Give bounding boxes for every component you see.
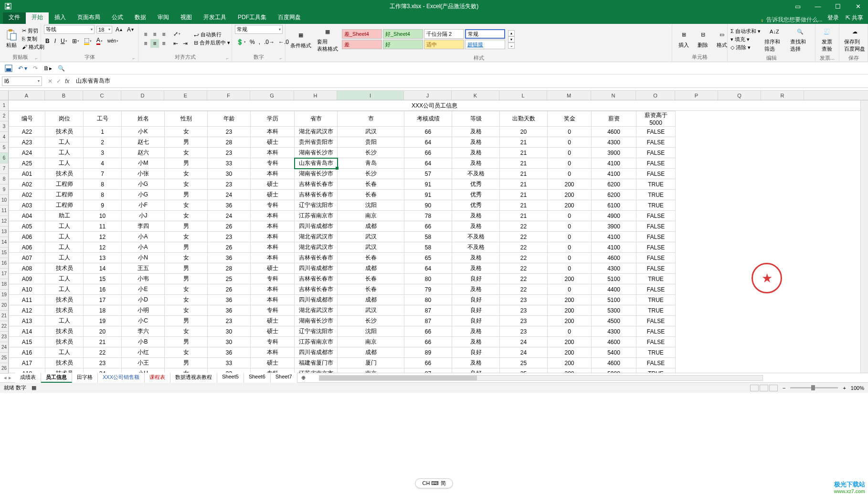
table-cell[interactable]: 良好 (452, 305, 500, 316)
table-cell[interactable]: 技术员 (45, 127, 84, 137)
table-cell[interactable]: 22 (500, 253, 548, 263)
row-header[interactable]: 17 (0, 269, 8, 279)
view-layout-icon[interactable] (760, 385, 768, 391)
table-cell[interactable]: 4100 (592, 242, 636, 253)
border-button[interactable]: ⊞▾ (71, 37, 81, 45)
table-cell[interactable]: 本科 (251, 221, 295, 232)
table-header[interactable]: 年龄 (208, 111, 251, 127)
table-cell[interactable]: 16 (84, 284, 122, 295)
table-row[interactable]: A17技术员23小王男33硕士福建省厦门市厦门66及格252004600FALS… (9, 358, 676, 368)
table-cell[interactable]: 不及格 (452, 169, 500, 179)
table-cell[interactable]: 男 (165, 137, 208, 148)
table-header[interactable]: 岗位 (45, 111, 84, 127)
sheet-tab[interactable]: XXX公司销售额 (98, 373, 145, 383)
table-cell[interactable]: 22 (500, 274, 548, 284)
enter-formula-icon[interactable]: ✓ (56, 78, 61, 85)
table-cell[interactable]: A09 (9, 274, 45, 284)
table-cell[interactable]: 12 (84, 232, 122, 242)
table-cell[interactable]: 技术员 (45, 368, 84, 373)
spreadsheet-grid[interactable]: ABCDEFGHIJKLMNOPQR 123456789101112131415… (0, 91, 868, 373)
tab-开发工具[interactable]: 开发工具 (198, 11, 232, 24)
table-cell[interactable]: 5100 (592, 274, 636, 284)
table-cell[interactable]: 专科 (251, 305, 295, 316)
sheet-tab[interactable]: 课程表 (145, 373, 170, 383)
table-cell[interactable]: 200 (548, 337, 592, 347)
table-cell[interactable]: 200 (548, 200, 592, 211)
table-cell[interactable]: 0 (548, 242, 592, 253)
style-cell[interactable]: 千位分隔 2 (424, 29, 464, 39)
table-cell[interactable]: 男 (165, 190, 208, 200)
table-cell[interactable]: 0 (548, 253, 592, 263)
merged-title-cell[interactable]: XXX公司员工信息 (9, 100, 860, 111)
table-cell[interactable]: 湖南省长沙市 (295, 169, 338, 179)
table-cell[interactable]: 5300 (592, 305, 636, 316)
table-cell[interactable]: 技术员 (45, 263, 84, 274)
table-cell[interactable]: TRUE (636, 274, 676, 284)
table-cell[interactable]: 成都 (338, 295, 404, 305)
table-cell[interactable]: 200 (548, 305, 592, 316)
view-normal-icon[interactable] (750, 385, 759, 391)
table-cell[interactable]: 及格 (452, 127, 500, 137)
table-cell[interactable]: 0 (548, 137, 592, 148)
table-cell[interactable]: 21 (500, 137, 548, 148)
table-cell[interactable]: 23 (84, 358, 122, 368)
table-cell[interactable]: 工人 (45, 221, 84, 232)
table-cell[interactable]: 21 (500, 190, 548, 200)
clear-button[interactable]: ◇ 清除 ▾ (730, 44, 761, 51)
table-cell[interactable]: 王五 (122, 263, 165, 274)
table-cell[interactable]: 23 (208, 179, 251, 190)
table-row[interactable]: A07工人13小N女36本科吉林省长春市长春65及格2204600FALSE (9, 253, 676, 263)
table-cell[interactable]: 小E (122, 284, 165, 295)
table-cell[interactable]: 李六 (122, 326, 165, 337)
table-row[interactable]: A01技术员7小张女30本科湖南省长沙市长沙57不及格2104100FALSE (9, 169, 676, 179)
row-header[interactable]: 22 (0, 321, 8, 332)
column-header[interactable]: G (250, 91, 294, 100)
table-cell[interactable]: 及格 (452, 211, 500, 221)
table-cell[interactable]: 87 (404, 368, 452, 373)
table-cell[interactable]: 22 (500, 232, 548, 242)
table-cell[interactable]: 4400 (592, 284, 636, 295)
minimize-icon[interactable]: — (808, 0, 828, 12)
qat-redo-icon[interactable]: ↷ (33, 65, 38, 72)
table-cell[interactable]: 吉林省长春市 (295, 253, 338, 263)
table-cell[interactable]: 小D (122, 295, 165, 305)
table-cell[interactable]: FALSE (636, 232, 676, 242)
table-cell[interactable]: TRUE (636, 368, 676, 373)
table-header[interactable]: 薪资 (592, 111, 636, 127)
table-cell[interactable]: 28 (208, 263, 251, 274)
tab-开始[interactable]: 开始 (26, 11, 49, 24)
row-header[interactable]: 11 (0, 205, 8, 216)
table-cell[interactable]: 湖北省武汉市 (295, 242, 338, 253)
table-cell[interactable]: 0 (548, 232, 592, 242)
table-cell[interactable]: 女 (165, 368, 208, 373)
login-button[interactable]: 登录 (827, 14, 839, 22)
table-cell[interactable]: 57 (404, 169, 452, 179)
table-cell[interactable]: 工程师 (45, 179, 84, 190)
table-cell[interactable]: 及格 (452, 148, 500, 158)
column-header[interactable]: E (164, 91, 207, 100)
table-cell[interactable]: A13 (9, 316, 45, 326)
table-cell[interactable]: 24 (500, 347, 548, 358)
table-row[interactable]: A18技术员24小H女33专科江苏省南京市南京87良好252005900TRUE (9, 368, 676, 373)
table-row[interactable]: A05工人11李四男26本科四川省成都市成都66及格2203900FALSE (9, 221, 676, 232)
table-cell[interactable]: FALSE (636, 263, 676, 274)
row-header[interactable]: 12 (0, 216, 8, 226)
table-cell[interactable]: 4900 (592, 211, 636, 221)
wrap-text-button[interactable]: ⮐ 自动换行 (194, 31, 230, 38)
table-row[interactable]: A06工人12小A男26本科湖北省武汉市武汉58不及格2204100FALSE (9, 242, 676, 253)
table-cell[interactable]: 10 (84, 211, 122, 221)
tab-PDF工具集[interactable]: PDF工具集 (232, 11, 272, 24)
table-cell[interactable]: 87 (404, 316, 452, 326)
table-cell[interactable]: 小F (122, 200, 165, 211)
column-header[interactable]: F (207, 91, 250, 100)
name-box[interactable]: I6▾ (2, 76, 42, 86)
table-cell[interactable]: 80 (404, 295, 452, 305)
style-cell[interactable]: 好_Sheet4 (383, 29, 423, 39)
zoom-out-icon[interactable]: − (783, 385, 785, 391)
table-cell[interactable]: 李四 (122, 221, 165, 232)
table-cell[interactable]: 36 (208, 295, 251, 305)
table-cell[interactable]: 13 (84, 253, 122, 263)
table-cell[interactable]: 良好 (452, 295, 500, 305)
table-cell[interactable]: 本科 (251, 242, 295, 253)
table-cell[interactable]: 1 (84, 127, 122, 137)
